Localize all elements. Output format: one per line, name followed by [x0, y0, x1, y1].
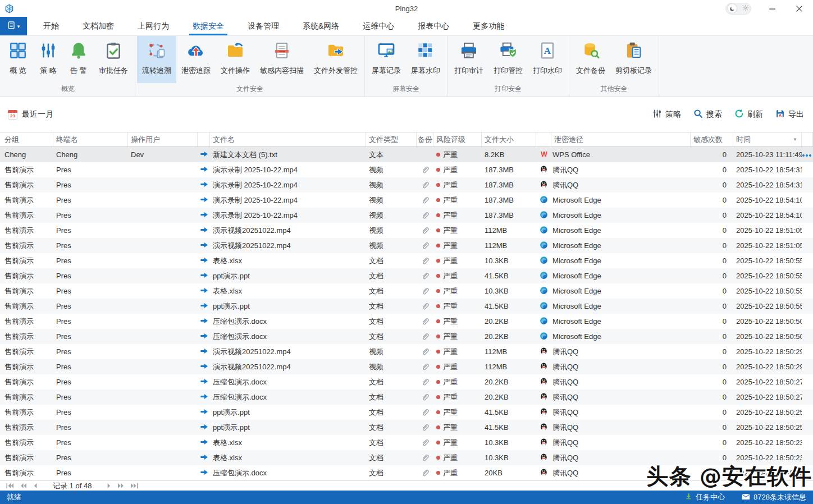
tab-报表中心[interactable]: 报表中心: [406, 17, 461, 35]
ribbon-button-打印审计[interactable]: 打印审计: [449, 36, 488, 83]
column-header-风险评级[interactable]: 风险评级: [433, 132, 482, 146]
cell-group: 售前演示: [0, 332, 53, 342]
mail-icon: [742, 493, 750, 502]
detail-cell: [198, 362, 210, 372]
column-header-备份[interactable]: 备份: [417, 132, 433, 146]
app-menu-button[interactable]: ▾: [0, 17, 27, 35]
tab-开始[interactable]: 开始: [31, 17, 71, 35]
tab-运维中心[interactable]: 运维中心: [351, 17, 406, 35]
close-button[interactable]: [793, 2, 805, 15]
刷新-button[interactable]: 刷新: [734, 109, 763, 120]
策略-button[interactable]: 策略: [652, 109, 681, 120]
flow-trace-icon: [147, 41, 166, 62]
ribbon-button-剪切板记录[interactable]: 剪切板记录: [610, 36, 657, 83]
table-row[interactable]: 售前演示Pres压缩包演示.docx文档严重20.2KB腾讯QQ02025-10…: [0, 374, 813, 390]
column-header-icon-9[interactable]: [536, 132, 551, 146]
minimize-button[interactable]: [766, 2, 778, 15]
page-fast-prev-button[interactable]: [20, 483, 27, 489]
date-range-filter[interactable]: 23 最近一月: [8, 109, 53, 120]
ribbon-button-文件备份[interactable]: 文件备份: [571, 36, 610, 83]
table-row[interactable]: 售前演示Pres压缩包演示.docx文档严重20KB腾讯QQ02025-10-2…: [0, 465, 813, 480]
tab-更多功能[interactable]: 更多功能: [461, 17, 516, 35]
tab-设备管理[interactable]: 设备管理: [236, 17, 291, 35]
table-row[interactable]: 售前演示Pres演示视频20251022.mp4视频严重112MBMicroso…: [0, 238, 813, 253]
ribbon-group-label: 屏幕安全: [367, 83, 445, 97]
column-header-文件大小[interactable]: 文件大小: [482, 132, 536, 146]
more-actions-button[interactable]: [802, 150, 812, 159]
unread-messages-button[interactable]: 8728条未读信息: [742, 492, 806, 502]
table-row[interactable]: 售前演示Pres演示视频20251022.mp4视频严重112MB腾讯QQ020…: [0, 359, 813, 374]
cell-time: 2025-10-22 18:50:55: [733, 302, 802, 310]
theme-toggle[interactable]: [725, 3, 751, 15]
ribbon-button-label: 文件外发管控: [314, 66, 358, 76]
cell-file-type: 文档: [366, 332, 417, 342]
column-header-终端名[interactable]: 终端名: [53, 132, 128, 146]
tab-数据安全[interactable]: 数据安全: [181, 17, 236, 35]
ribbon-button-label: 告 警: [70, 66, 87, 76]
cell-file-size: 41.5KB: [482, 272, 536, 280]
column-header-泄密途径[interactable]: 泄密途径: [551, 132, 691, 146]
搜索-button[interactable]: 搜索: [693, 109, 722, 120]
table-row[interactable]: 售前演示Pres压缩包演示.docx文档严重20.2KBMicrosoft Ed…: [0, 314, 813, 329]
table-row[interactable]: 售前演示Pres演示录制 2025-10-22.mp4视频严重187.3MBMi…: [0, 208, 813, 223]
table-row[interactable]: 售前演示Presppt演示.ppt文档严重41.5KBMicrosoft Edg…: [0, 268, 813, 283]
table-row[interactable]: ChengChengDev新建文本文档 (5).txt文本严重8.2KBWWPS…: [0, 147, 813, 162]
table-row[interactable]: 售前演示Pres演示录制 2025-10-22.mp4视频严重187.3MB腾讯…: [0, 177, 813, 193]
ribbon-button-文件外发管控[interactable]: 文件外发管控: [309, 36, 363, 83]
table-row[interactable]: 售前演示Pres演示录制 2025-10-22.mp4视频严重187.3MBMi…: [0, 193, 813, 208]
ribbon-button-告警[interactable]: 告 警: [63, 36, 94, 83]
risk-dot-icon: [436, 168, 440, 172]
cell-terminal: Cheng: [53, 150, 128, 159]
page-last-button[interactable]: [130, 483, 139, 489]
ribbon-button-策略[interactable]: 策 略: [33, 36, 63, 83]
table-row[interactable]: 售前演示Pres演示视频20251022.mp4视频严重112MB腾讯QQ020…: [0, 344, 813, 359]
task-center-button[interactable]: 任务中心: [685, 492, 725, 502]
table-row[interactable]: 售前演示Pres表格.xlsx文档严重10.3KBMicrosoft Edge0…: [0, 253, 813, 268]
cell-risk: 严重: [433, 362, 482, 372]
ribbon-button-文件操作[interactable]: 文件操作: [216, 36, 255, 83]
ribbon-button-屏幕记录[interactable]: 屏幕记录: [367, 36, 406, 83]
tab-上网行为[interactable]: 上网行为: [126, 17, 181, 35]
page-first-button[interactable]: [6, 483, 14, 489]
column-header-分组[interactable]: 分组: [0, 132, 53, 146]
column-header-文件名[interactable]: 文件名: [210, 132, 366, 146]
risk-label: 严重: [443, 301, 458, 311]
table-row[interactable]: 售前演示Presppt演示.ppt文档严重41.5KB腾讯QQ02025-10-…: [0, 420, 813, 435]
ribbon-button-屏幕水印[interactable]: 屏幕水印: [406, 36, 445, 83]
cell-leak-channel: Microsoft Edge: [551, 241, 691, 250]
column-header-敏感次数[interactable]: 敏感次数: [691, 132, 733, 146]
tab-文档加密[interactable]: 文档加密: [71, 17, 126, 35]
column-header-label: 终端名: [56, 135, 78, 145]
table-row[interactable]: 售前演示Pres压缩包演示.docx文档严重20.2KBMicrosoft Ed…: [0, 329, 813, 344]
ribbon-button-流转追溯[interactable]: 流转追溯: [137, 36, 176, 83]
ribbon-button-泄密追踪[interactable]: 泄密追踪: [176, 36, 216, 83]
column-header-icon-3[interactable]: [198, 132, 210, 146]
ribbon-button-打印管控[interactable]: 打印管控: [488, 36, 528, 83]
column-header-icon-13[interactable]: [802, 132, 813, 146]
column-header-操作用户[interactable]: 操作用户: [128, 132, 198, 146]
导出-button[interactable]: A导出: [775, 109, 804, 120]
page-fast-next-button[interactable]: [117, 483, 124, 489]
ribbon-button-打印水印[interactable]: A打印水印: [528, 36, 567, 83]
table-row[interactable]: 售前演示Pres演示视频20251022.mp4视频严重112MBMicroso…: [0, 223, 813, 238]
sort-dropdown-icon[interactable]: ▼: [793, 137, 797, 142]
leak-channel-label: Microsoft Edge: [552, 332, 601, 341]
column-header-时间[interactable]: 时间▼: [733, 132, 802, 146]
cell-file-type: 文档: [366, 438, 417, 448]
ribbon-button-敏感内容扫描[interactable]: 敏感内容扫描: [255, 36, 309, 83]
table-row[interactable]: 售前演示Pres表格.xlsx文档严重10.3KBMicrosoft Edge0…: [0, 283, 813, 299]
page-next-button[interactable]: [107, 483, 111, 489]
column-header-文件类型[interactable]: 文件类型: [366, 132, 417, 146]
tab-系统&网络[interactable]: 系统&网络: [291, 17, 351, 35]
ribbon-button-审批任务[interactable]: 审批任务: [94, 36, 133, 83]
table-row[interactable]: 售前演示Pres压缩包演示.docx文档严重20.2KB腾讯QQ02025-10…: [0, 390, 813, 405]
table-row[interactable]: 售前演示Pres演示录制 2025-10-22.mp4视频严重187.3MB腾讯…: [0, 162, 813, 177]
ribbon-button-概览[interactable]: 概 览: [3, 36, 33, 83]
ribbon-group-label: 概览: [3, 83, 133, 97]
table-row[interactable]: 售前演示Pres表格.xlsx文档严重10.3KB腾讯QQ02025-10-22…: [0, 450, 813, 465]
page-prev-button[interactable]: [33, 483, 38, 489]
table-row[interactable]: 售前演示Presppt演示.ppt文档严重41.5KB腾讯QQ02025-10-…: [0, 405, 813, 420]
table-row[interactable]: 售前演示Presppt演示.ppt文档严重41.5KBMicrosoft Edg…: [0, 299, 813, 314]
table-row[interactable]: 售前演示Pres表格.xlsx文档严重10.3KB腾讯QQ02025-10-22…: [0, 435, 813, 450]
app-icon-cell: [536, 453, 551, 463]
